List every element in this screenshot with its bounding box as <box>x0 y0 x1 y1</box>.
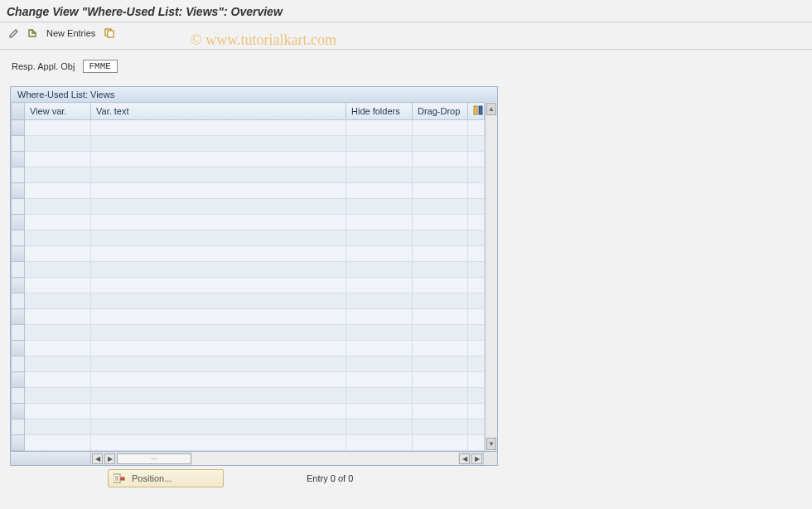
table-row[interactable] <box>12 183 485 199</box>
table-cell[interactable] <box>25 136 91 152</box>
table-cell[interactable] <box>25 230 91 246</box>
table-cell[interactable] <box>91 215 346 230</box>
table-cell[interactable] <box>25 293 91 309</box>
table-cell[interactable] <box>91 152 346 167</box>
table-cell[interactable] <box>346 230 413 246</box>
hscroll-track[interactable] <box>192 452 458 465</box>
table-cell[interactable] <box>413 136 468 152</box>
table-cell[interactable] <box>25 183 91 199</box>
table-cell[interactable] <box>413 325 468 341</box>
other-entry-icon[interactable] <box>25 26 40 41</box>
table-cell[interactable] <box>413 293 468 309</box>
table-cell[interactable] <box>25 435 91 451</box>
table-cell[interactable] <box>25 419 91 435</box>
table-cell[interactable] <box>413 262 468 278</box>
row-selector[interactable] <box>12 404 25 419</box>
table-cell[interactable] <box>91 341 346 356</box>
table-cell[interactable] <box>25 372 91 388</box>
table-cell[interactable] <box>346 215 413 230</box>
table-cell[interactable] <box>346 183 413 199</box>
table-cell[interactable] <box>25 167 91 183</box>
table-cell[interactable] <box>25 199 91 215</box>
row-selector[interactable] <box>12 215 25 230</box>
row-selector[interactable] <box>12 246 25 262</box>
row-selector[interactable] <box>12 183 25 199</box>
table-cell[interactable] <box>413 404 468 419</box>
scroll-track[interactable] <box>486 116 497 437</box>
table-cell[interactable] <box>25 309 91 325</box>
table-row[interactable] <box>12 356 485 372</box>
table-cell[interactable] <box>346 278 413 293</box>
table-cell[interactable] <box>91 404 346 419</box>
table-cell[interactable] <box>413 356 468 372</box>
row-selector[interactable] <box>12 136 25 152</box>
table-cell[interactable] <box>413 167 468 183</box>
table-row[interactable] <box>12 230 485 246</box>
table-cell[interactable] <box>413 120 468 136</box>
table-row[interactable] <box>12 388 485 404</box>
table-cell[interactable] <box>346 293 413 309</box>
row-selector[interactable] <box>12 230 25 246</box>
row-selector[interactable] <box>12 435 25 451</box>
table-cell[interactable] <box>346 435 413 451</box>
position-button[interactable]: Position... <box>108 469 224 487</box>
table-cell[interactable] <box>413 388 468 404</box>
col-drag-drop[interactable]: Drag-Drop <box>413 103 468 120</box>
table-cell[interactable] <box>91 293 346 309</box>
row-selector[interactable] <box>12 356 25 372</box>
table-cell[interactable] <box>346 372 413 388</box>
table-cell[interactable] <box>346 120 413 136</box>
row-selector[interactable] <box>12 293 25 309</box>
row-selector[interactable] <box>12 309 25 325</box>
hscroll-left2-icon[interactable]: ◀ <box>459 453 470 464</box>
table-cell[interactable] <box>91 120 346 136</box>
table-row[interactable] <box>12 435 485 451</box>
row-selector[interactable] <box>12 372 25 388</box>
table-cell[interactable] <box>413 309 468 325</box>
table-cell[interactable] <box>413 183 468 199</box>
table-cell[interactable] <box>91 246 346 262</box>
row-selector[interactable] <box>12 419 25 435</box>
table-cell[interactable] <box>25 152 91 167</box>
table-row[interactable] <box>12 293 485 309</box>
table-row[interactable] <box>12 309 485 325</box>
scroll-up-icon[interactable]: ▲ <box>486 103 496 115</box>
table-row[interactable] <box>12 215 485 230</box>
col-view-var[interactable]: View var. <box>25 103 91 120</box>
table-cell[interactable] <box>91 309 346 325</box>
table-cell[interactable] <box>346 388 413 404</box>
table-cell[interactable] <box>25 341 91 356</box>
table-cell[interactable] <box>413 246 468 262</box>
table-cell[interactable] <box>25 356 91 372</box>
table-cell[interactable] <box>346 404 413 419</box>
table-cell[interactable] <box>25 388 91 404</box>
row-selector[interactable] <box>12 278 25 293</box>
row-selector[interactable] <box>12 167 25 183</box>
table-cell[interactable] <box>91 372 346 388</box>
table-cell[interactable] <box>346 246 413 262</box>
copy-as-icon[interactable] <box>102 26 117 41</box>
row-selector[interactable] <box>12 325 25 341</box>
table-cell[interactable] <box>413 199 468 215</box>
table-cell[interactable] <box>91 388 346 404</box>
toggle-display-change-icon[interactable] <box>7 26 22 41</box>
row-selector[interactable] <box>12 199 25 215</box>
table-cell[interactable] <box>413 419 468 435</box>
hscroll-right2-icon[interactable]: ▶ <box>471 453 482 464</box>
scroll-down-icon[interactable]: ▼ <box>486 438 496 450</box>
table-cell[interactable] <box>346 136 413 152</box>
table-row[interactable] <box>12 372 485 388</box>
table-cell[interactable] <box>346 199 413 215</box>
vertical-scrollbar[interactable]: ▲ ▼ <box>485 102 497 451</box>
resp-appl-obj-value[interactable]: FMME <box>83 60 118 73</box>
horizontal-scrollbar[interactable]: ◀ ▶ ⋯ ◀ ▶ <box>10 452 498 466</box>
table-cell[interactable] <box>346 419 413 435</box>
table-cell[interactable] <box>25 278 91 293</box>
table-cell[interactable] <box>91 183 346 199</box>
row-selector[interactable] <box>12 388 25 404</box>
table-row[interactable] <box>12 246 485 262</box>
row-selector[interactable] <box>12 120 25 136</box>
table-cell[interactable] <box>346 152 413 167</box>
row-selector[interactable] <box>12 152 25 167</box>
table-select-all[interactable] <box>12 103 25 120</box>
